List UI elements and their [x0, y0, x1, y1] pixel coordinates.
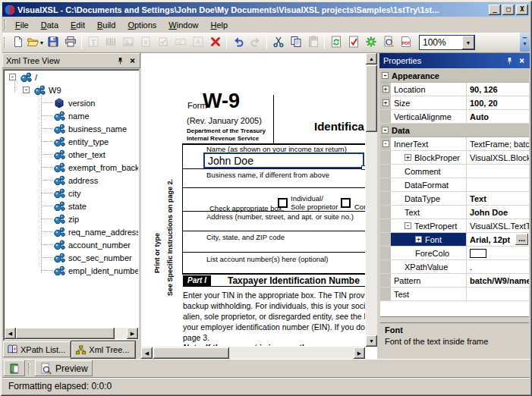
canvas-scroll-left-icon[interactable]: ◀	[141, 347, 153, 359]
tab-xml-tree[interactable]: Xml Tree...	[71, 341, 134, 358]
expand-icon[interactable]: +	[382, 99, 389, 106]
save-button[interactable]	[44, 34, 61, 51]
tree-node-city[interactable]: city	[5, 187, 138, 200]
property-value[interactable]	[467, 165, 529, 178]
tree-node-version[interactable]: version	[5, 96, 138, 109]
canvas-hscrollbar-thumb[interactable]	[153, 347, 229, 359]
collapse-icon[interactable]: -	[382, 140, 389, 147]
undo-button[interactable]	[229, 34, 247, 51]
zoom-combobox[interactable]: 100% ▼	[419, 35, 475, 50]
menu-item-edit[interactable]: Edit	[65, 18, 91, 32]
tree-node-zip[interactable]: zip	[5, 212, 138, 225]
property-value[interactable]: John Doe	[467, 206, 529, 218]
property-value[interactable]	[467, 178, 529, 191]
property-category-data[interactable]: -Data	[380, 124, 529, 137]
export-pdf-button[interactable]: PDF	[397, 34, 414, 51]
collapse-icon[interactable]: -	[405, 222, 411, 229]
minimize-button[interactable]: _	[489, 5, 501, 15]
name-text-frame[interactable]: John Doe	[203, 152, 364, 168]
print-preview-button[interactable]	[379, 34, 397, 51]
menu-item-data[interactable]: Data	[35, 18, 65, 32]
maximize-button[interactable]: □	[502, 5, 515, 15]
tree-node-empl_ident_numbe[interactable]: empl_ident_numbe	[5, 264, 138, 277]
copy-button[interactable]	[287, 34, 304, 51]
menu-item-build[interactable]: Build	[91, 18, 121, 32]
validate-button[interactable]	[345, 34, 362, 51]
tree-scroll-right-icon[interactable]: ▶	[127, 328, 138, 339]
menu-item-options[interactable]: Options	[121, 18, 162, 32]
settings-button[interactable]	[362, 34, 379, 51]
property-row-blockproper[interactable]: +BlockProperVisualXSL.BlockTraits	[380, 151, 529, 165]
toolbar-overflow-button[interactable]: ▔▼	[520, 33, 530, 52]
close-button[interactable]: X	[516, 5, 528, 15]
tree-scroll-left-icon[interactable]: ◀	[5, 328, 16, 339]
frame-resize-handle[interactable]	[361, 165, 365, 170]
properties-pin-icon[interactable]	[504, 55, 515, 66]
property-value[interactable]: Auto	[467, 110, 529, 123]
property-row-datatype[interactable]: DataTypeText	[380, 192, 529, 206]
canvas-scroll-down-icon[interactable]: ▼	[366, 335, 377, 347]
property-row-test[interactable]: Test	[380, 288, 529, 301]
collapse-icon[interactable]: -	[23, 86, 30, 93]
collapse-icon[interactable]: -	[382, 127, 389, 134]
zoom-dropdown-icon[interactable]: ▼	[462, 36, 474, 49]
new-document-button[interactable]	[9, 34, 27, 51]
property-row-textpropert[interactable]: -TextPropertVisualXSL.TextTraits	[380, 219, 529, 233]
collapse-icon[interactable]: -	[382, 72, 389, 79]
tree-node-root[interactable]: -/	[5, 71, 138, 83]
tree-node-other_text[interactable]: other_text	[5, 148, 138, 161]
properties-close-icon[interactable]: ×	[516, 55, 527, 66]
property-row-verticalalignme[interactable]: VerticalAlignmeAuto	[380, 110, 529, 124]
property-row-innertext[interactable]: -InnerTextTextFrame; batch/W	[380, 137, 529, 151]
font-ellipsis-button[interactable]: ...	[515, 234, 528, 245]
property-value[interactable]: Arial, 12pt...	[467, 233, 529, 246]
tree-node-entity_type[interactable]: entity_type	[5, 135, 138, 148]
menu-item-file[interactable]: File	[9, 18, 35, 32]
panel-close-icon[interactable]: ×	[127, 55, 138, 66]
property-value[interactable]: batch/W9/name	[467, 274, 529, 287]
tree-node-account_number[interactable]: account_number	[5, 238, 138, 251]
property-value[interactable]: 100, 20	[467, 96, 529, 109]
expand-icon[interactable]: +	[405, 154, 411, 161]
property-value[interactable]	[467, 247, 529, 259]
expand-icon[interactable]: +	[382, 86, 389, 93]
property-value[interactable]: .	[467, 260, 529, 273]
tree-node-soc_sec_number[interactable]: soc_sec_number	[5, 251, 138, 264]
property-row-comment[interactable]: Comment	[380, 165, 529, 178]
tree-node-address[interactable]: address	[5, 174, 138, 187]
expand-icon[interactable]: +	[415, 236, 422, 243]
tree-node-req_name_address[interactable]: req_name_address	[5, 225, 138, 238]
tree-node-exempt_from_back[interactable]: exempt_from_back	[5, 161, 138, 174]
forecolor-swatch[interactable]	[470, 249, 486, 258]
property-category-appearance[interactable]: -Appearance	[380, 69, 529, 83]
open-project-button[interactable]: ▼	[27, 34, 44, 51]
delete-button[interactable]	[206, 34, 224, 51]
property-value[interactable]: VisualXSL.BlockTraits	[467, 151, 529, 164]
property-row-xpathvalue[interactable]: XPathValue.	[380, 260, 529, 274]
tree-node-name[interactable]: name	[5, 109, 138, 122]
property-value[interactable]: 90, 126	[467, 83, 529, 96]
menu-item-window[interactable]: Window	[162, 18, 204, 32]
property-value[interactable]: VisualXSL.TextTraits	[467, 219, 529, 232]
property-row-pattern[interactable]: Patternbatch/W9/name	[380, 274, 529, 288]
property-row-size[interactable]: +Size100, 20	[380, 96, 529, 110]
canvas-scroll-right-icon[interactable]: ▶	[354, 347, 365, 359]
tree-node-business_name[interactable]: business_name	[5, 122, 138, 135]
refresh-button[interactable]	[327, 34, 345, 51]
tree-node-W9[interactable]: -W9	[5, 83, 138, 96]
preview-button[interactable]: Preview	[35, 360, 93, 376]
canvas-scroll-up-icon[interactable]: ▲	[366, 53, 377, 64]
print-button[interactable]	[61, 34, 79, 51]
property-value[interactable]	[467, 288, 529, 300]
cut-button[interactable]	[269, 34, 287, 51]
tree-scrollbar-thumb[interactable]	[16, 328, 115, 339]
pin-icon[interactable]	[115, 55, 126, 66]
property-value[interactable]: TextFrame; batch/W	[467, 137, 529, 150]
tab-xpath-list[interactable]: XPath List...	[3, 341, 71, 357]
property-value[interactable]: Text	[467, 192, 529, 205]
menu-item-help[interactable]: Help	[205, 18, 235, 32]
property-row-forecolo[interactable]: ForeColo	[380, 247, 529, 260]
canvas-vscrollbar-thumb[interactable]	[366, 65, 377, 132]
property-row-location[interactable]: +Location90, 126	[380, 83, 529, 96]
property-row-dataformat[interactable]: DataFormat	[380, 178, 529, 192]
